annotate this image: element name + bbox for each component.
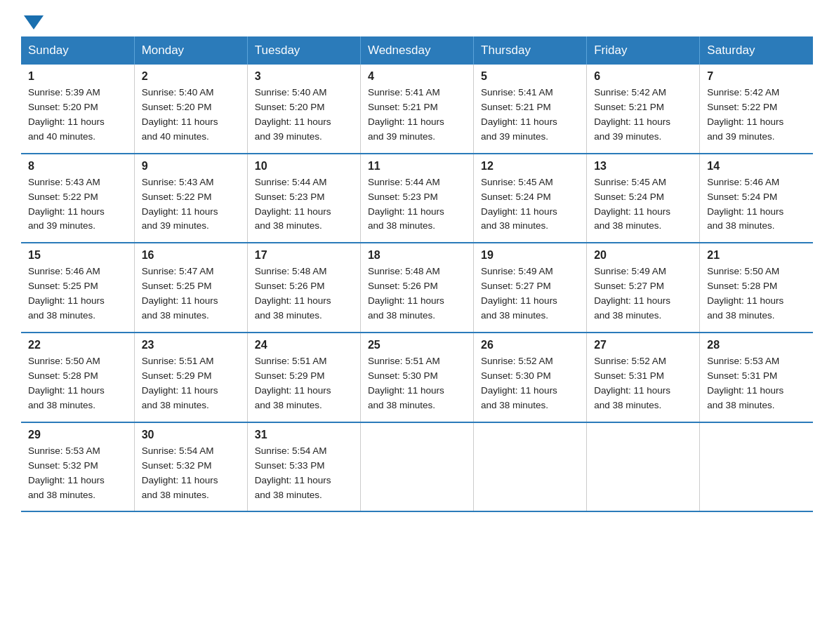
day-number: 12 (481, 160, 579, 173)
day-number: 16 (142, 249, 240, 262)
day-info: Sunrise: 5:49 AMSunset: 5:27 PMDaylight:… (481, 266, 557, 321)
day-info: Sunrise: 5:51 AMSunset: 5:30 PMDaylight:… (368, 356, 444, 410)
day-number: 14 (707, 160, 806, 173)
day-info: Sunrise: 5:45 AMSunset: 5:24 PMDaylight:… (481, 177, 557, 232)
day-number: 18 (368, 249, 466, 262)
day-info: Sunrise: 5:46 AMSunset: 5:25 PMDaylight:… (28, 266, 105, 321)
day-info: Sunrise: 5:46 AMSunset: 5:24 PMDaylight:… (707, 177, 783, 232)
day-number: 1 (28, 70, 127, 83)
days-of-week-row: SundayMondayTuesdayWednesdayThursdayFrid… (21, 36, 813, 65)
logo-blue-text (21, 14, 44, 29)
calendar-cell (700, 422, 813, 512)
day-info: Sunrise: 5:42 AMSunset: 5:22 PMDaylight:… (707, 87, 783, 142)
day-info: Sunrise: 5:50 AMSunset: 5:28 PMDaylight:… (707, 266, 783, 321)
calendar-cell: 7 Sunrise: 5:42 AMSunset: 5:22 PMDayligh… (700, 65, 813, 154)
calendar-cell: 10 Sunrise: 5:44 AMSunset: 5:23 PMDaylig… (247, 154, 360, 243)
calendar-cell: 6 Sunrise: 5:42 AMSunset: 5:21 PMDayligh… (587, 65, 700, 154)
calendar-cell: 14 Sunrise: 5:46 AMSunset: 5:24 PMDaylig… (700, 154, 813, 243)
day-info: Sunrise: 5:43 AMSunset: 5:22 PMDaylight:… (28, 177, 105, 232)
day-header-wednesday: Wednesday (360, 36, 473, 65)
day-number: 4 (368, 70, 466, 83)
day-header-friday: Friday (587, 36, 700, 65)
day-info: Sunrise: 5:44 AMSunset: 5:23 PMDaylight:… (368, 177, 444, 232)
week-row-1: 1 Sunrise: 5:39 AMSunset: 5:20 PMDayligh… (21, 65, 813, 154)
calendar-cell: 25 Sunrise: 5:51 AMSunset: 5:30 PMDaylig… (360, 333, 473, 422)
calendar-cell: 18 Sunrise: 5:48 AMSunset: 5:26 PMDaylig… (360, 243, 473, 333)
week-row-4: 22 Sunrise: 5:50 AMSunset: 5:28 PMDaylig… (21, 333, 813, 422)
calendar-cell: 29 Sunrise: 5:53 AMSunset: 5:32 PMDaylig… (21, 422, 134, 512)
day-info: Sunrise: 5:44 AMSunset: 5:23 PMDaylight:… (255, 177, 331, 232)
day-number: 22 (28, 339, 127, 351)
day-number: 10 (255, 160, 353, 173)
calendar-cell: 12 Sunrise: 5:45 AMSunset: 5:24 PMDaylig… (474, 154, 587, 243)
calendar-cell: 31 Sunrise: 5:54 AMSunset: 5:33 PMDaylig… (247, 422, 360, 512)
day-info: Sunrise: 5:41 AMSunset: 5:21 PMDaylight:… (481, 87, 557, 142)
day-info: Sunrise: 5:51 AMSunset: 5:29 PMDaylight:… (142, 356, 218, 410)
day-info: Sunrise: 5:40 AMSunset: 5:20 PMDaylight:… (142, 87, 218, 142)
day-number: 26 (481, 339, 579, 351)
calendar-cell: 16 Sunrise: 5:47 AMSunset: 5:25 PMDaylig… (134, 243, 247, 333)
day-info: Sunrise: 5:48 AMSunset: 5:26 PMDaylight:… (368, 266, 444, 321)
calendar-body: 1 Sunrise: 5:39 AMSunset: 5:20 PMDayligh… (21, 65, 813, 511)
calendar-cell: 15 Sunrise: 5:46 AMSunset: 5:25 PMDaylig… (21, 243, 134, 333)
calendar-cell: 28 Sunrise: 5:53 AMSunset: 5:31 PMDaylig… (700, 333, 813, 422)
day-number: 8 (28, 160, 127, 173)
calendar-cell: 8 Sunrise: 5:43 AMSunset: 5:22 PMDayligh… (21, 154, 134, 243)
day-number: 5 (481, 70, 579, 83)
calendar-cell: 23 Sunrise: 5:51 AMSunset: 5:29 PMDaylig… (134, 333, 247, 422)
day-number: 2 (142, 70, 240, 83)
calendar-cell: 21 Sunrise: 5:50 AMSunset: 5:28 PMDaylig… (700, 243, 813, 333)
day-number: 3 (255, 70, 353, 83)
day-number: 25 (368, 339, 466, 351)
day-info: Sunrise: 5:47 AMSunset: 5:25 PMDaylight:… (142, 266, 218, 321)
calendar-cell: 2 Sunrise: 5:40 AMSunset: 5:20 PMDayligh… (134, 65, 247, 154)
day-header-monday: Monday (134, 36, 247, 65)
calendar-cell: 26 Sunrise: 5:52 AMSunset: 5:30 PMDaylig… (474, 333, 587, 422)
day-number: 6 (594, 70, 692, 83)
day-number: 21 (707, 249, 806, 262)
day-info: Sunrise: 5:39 AMSunset: 5:20 PMDaylight:… (28, 87, 105, 142)
day-info: Sunrise: 5:53 AMSunset: 5:31 PMDaylight:… (707, 356, 783, 410)
calendar-cell: 5 Sunrise: 5:41 AMSunset: 5:21 PMDayligh… (474, 65, 587, 154)
week-row-2: 8 Sunrise: 5:43 AMSunset: 5:22 PMDayligh… (21, 154, 813, 243)
day-number: 17 (255, 249, 353, 262)
day-info: Sunrise: 5:52 AMSunset: 5:31 PMDaylight:… (594, 356, 670, 410)
page-header (21, 14, 813, 29)
calendar-cell: 27 Sunrise: 5:52 AMSunset: 5:31 PMDaylig… (587, 333, 700, 422)
day-number: 29 (28, 429, 127, 441)
calendar-cell (474, 422, 587, 512)
day-number: 30 (142, 429, 240, 441)
calendar-cell: 4 Sunrise: 5:41 AMSunset: 5:21 PMDayligh… (360, 65, 473, 154)
calendar-cell: 17 Sunrise: 5:48 AMSunset: 5:26 PMDaylig… (247, 243, 360, 333)
day-info: Sunrise: 5:50 AMSunset: 5:28 PMDaylight:… (28, 356, 105, 410)
calendar-table: SundayMondayTuesdayWednesdayThursdayFrid… (21, 36, 813, 512)
calendar-cell (360, 422, 473, 512)
day-header-saturday: Saturday (700, 36, 813, 65)
calendar-cell (587, 422, 700, 512)
day-number: 24 (255, 339, 353, 351)
calendar-cell: 30 Sunrise: 5:54 AMSunset: 5:32 PMDaylig… (134, 422, 247, 512)
logo-triangle-icon (24, 15, 44, 29)
day-info: Sunrise: 5:40 AMSunset: 5:20 PMDaylight:… (255, 87, 331, 142)
day-header-tuesday: Tuesday (247, 36, 360, 65)
calendar-cell: 24 Sunrise: 5:51 AMSunset: 5:29 PMDaylig… (247, 333, 360, 422)
calendar-cell: 20 Sunrise: 5:49 AMSunset: 5:27 PMDaylig… (587, 243, 700, 333)
day-info: Sunrise: 5:42 AMSunset: 5:21 PMDaylight:… (594, 87, 670, 142)
day-number: 11 (368, 160, 466, 173)
calendar-cell: 9 Sunrise: 5:43 AMSunset: 5:22 PMDayligh… (134, 154, 247, 243)
day-info: Sunrise: 5:54 AMSunset: 5:32 PMDaylight:… (142, 445, 218, 500)
day-number: 20 (594, 249, 692, 262)
day-info: Sunrise: 5:51 AMSunset: 5:29 PMDaylight:… (255, 356, 331, 410)
day-number: 19 (481, 249, 579, 262)
day-info: Sunrise: 5:49 AMSunset: 5:27 PMDaylight:… (594, 266, 670, 321)
calendar-cell: 11 Sunrise: 5:44 AMSunset: 5:23 PMDaylig… (360, 154, 473, 243)
day-number: 7 (707, 70, 806, 83)
logo (21, 14, 44, 29)
day-info: Sunrise: 5:53 AMSunset: 5:32 PMDaylight:… (28, 445, 105, 500)
day-info: Sunrise: 5:43 AMSunset: 5:22 PMDaylight:… (142, 177, 218, 232)
calendar-cell: 22 Sunrise: 5:50 AMSunset: 5:28 PMDaylig… (21, 333, 134, 422)
day-number: 31 (255, 429, 353, 441)
day-number: 28 (707, 339, 806, 351)
day-number: 13 (594, 160, 692, 173)
week-row-5: 29 Sunrise: 5:53 AMSunset: 5:32 PMDaylig… (21, 422, 813, 512)
